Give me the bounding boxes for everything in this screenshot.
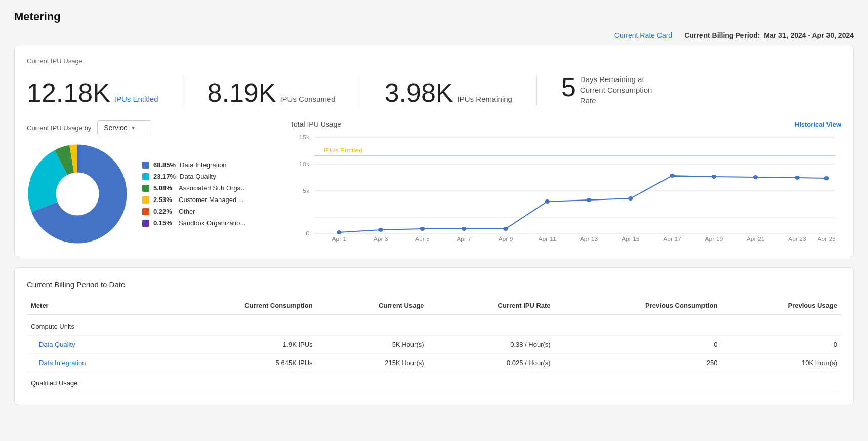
- billing-section-label: Current Billing Period to Date: [27, 280, 841, 289]
- category-label-qualified: Qualified Usage: [27, 372, 841, 392]
- chart-pie-area: 68.85% Data Integration 23.17% Data Qual…: [27, 143, 290, 245]
- svg-point-27: [711, 175, 716, 179]
- service-dropdown-value: Service: [104, 124, 128, 132]
- svg-point-28: [753, 175, 758, 179]
- usage-by-label: Current IPU Usage by: [27, 124, 91, 132]
- billing-period-value: Mar 31, 2024 - Apr 30, 2024: [764, 31, 854, 39]
- pie-legend: 68.85% Data Integration 23.17% Data Qual…: [142, 161, 246, 227]
- svg-text:Apr 15: Apr 15: [622, 236, 640, 242]
- page-title: Metering: [14, 10, 854, 23]
- dq-current-usage: 5K Hour(s): [317, 336, 428, 354]
- pie-chart: [27, 143, 128, 245]
- data-quality-link[interactable]: Data Quality: [39, 341, 75, 348]
- ipu-remaining-number: 3.98K: [385, 79, 453, 106]
- usage-left: Current IPU Usage by Service ▾: [27, 120, 290, 245]
- legend-dot-data-quality: [142, 173, 149, 180]
- svg-text:Apr 7: Apr 7: [457, 236, 471, 242]
- col-header-current-ipu-rate: Current IPU Rate: [428, 297, 555, 315]
- svg-point-19: [378, 228, 383, 232]
- di-previous-consumption: 250: [555, 354, 722, 372]
- svg-point-29: [795, 176, 800, 180]
- svg-point-6: [56, 173, 99, 215]
- ipu-stat-entitled: 12.18K IPUs Entitled: [27, 79, 158, 106]
- dq-current-ipu-rate: 0.38 / Hour(s): [428, 336, 555, 354]
- svg-text:Apr 3: Apr 3: [374, 236, 388, 242]
- legend-item-customer-managed: 2.53% Customer Managed ...: [142, 196, 246, 204]
- total-ipu-header: Total IPU Usage Historical View: [290, 120, 841, 128]
- meter-data-integration: Data Integration: [27, 354, 158, 372]
- svg-text:IPUs Entitled: IPUs Entitled: [324, 147, 363, 154]
- ipu-usage-card: Current IPU Usage 12.18K IPUs Entitled 8…: [14, 45, 854, 257]
- di-current-ipu-rate: 0.025 / Hour(s): [428, 354, 555, 372]
- current-rate-card-link[interactable]: Current Rate Card: [614, 31, 672, 39]
- billing-table: Meter Current Consumption Current Usage …: [27, 297, 841, 392]
- svg-text:Apr 1: Apr 1: [332, 236, 346, 242]
- legend-item-data-integration: 68.85% Data Integration: [142, 161, 246, 169]
- table-row: Data Quality 1.9K IPUs 5K Hour(s) 0.38 /…: [27, 336, 841, 354]
- usage-by-row: Current IPU Usage by Service ▾: [27, 120, 290, 135]
- dq-current-consumption: 1.9K IPUs: [158, 336, 316, 354]
- category-label-compute: Compute Units: [27, 315, 841, 336]
- meter-data-quality: Data Quality: [27, 336, 158, 354]
- ipu-consumed-label: IPUs Consumed: [280, 95, 335, 103]
- legend-dot-sub-orga: [142, 185, 149, 192]
- historical-view-link[interactable]: Historical View: [795, 121, 841, 128]
- category-row-compute: Compute Units: [27, 315, 841, 336]
- ipu-stat-consumed: 8.19K IPUs Consumed: [208, 79, 336, 106]
- svg-text:10k: 10k: [299, 161, 310, 168]
- col-header-meter: Meter: [27, 297, 158, 315]
- col-header-current-consumption: Current Consumption: [158, 297, 316, 315]
- svg-point-30: [824, 176, 829, 180]
- svg-text:Apr 23: Apr 23: [788, 236, 806, 242]
- category-row-qualified: Qualified Usage: [27, 372, 841, 392]
- days-label: Days Remaining at Current Consumption Ra…: [580, 74, 661, 106]
- line-chart: 15k 10k 5k 0 IPUs Entitled: [290, 132, 841, 244]
- top-bar: Current Rate Card Current Billing Period…: [14, 31, 854, 39]
- di-current-consumption: 5.645K IPUs: [158, 354, 316, 372]
- divider-1: [183, 75, 183, 106]
- ipu-stat-days: 5 Days Remaining at Current Consumption …: [561, 74, 661, 106]
- svg-point-20: [420, 227, 425, 231]
- total-ipu-title: Total IPU Usage: [290, 120, 341, 128]
- chevron-down-icon: ▾: [132, 124, 135, 131]
- svg-point-24: [587, 198, 592, 202]
- svg-text:0: 0: [306, 230, 310, 237]
- legend-item-other: 0.22% Other: [142, 208, 246, 215]
- divider-3: [536, 75, 537, 106]
- svg-text:Apr 21: Apr 21: [747, 236, 765, 242]
- ipu-remaining-label: IPUs Remaining: [458, 95, 512, 103]
- ipu-stat-remaining: 3.98K IPUs Remaining: [385, 79, 512, 106]
- svg-text:Apr 9: Apr 9: [498, 236, 513, 242]
- usage-right: Total IPU Usage Historical View 15k 10k: [290, 120, 841, 244]
- svg-text:Apr 13: Apr 13: [580, 236, 598, 242]
- svg-text:Apr 19: Apr 19: [705, 236, 723, 242]
- svg-point-18: [337, 230, 342, 234]
- legend-dot-data-integration: [142, 162, 149, 169]
- ipu-section-label: Current IPU Usage: [27, 57, 841, 65]
- col-header-previous-consumption: Previous Consumption: [555, 297, 722, 315]
- svg-text:Apr 11: Apr 11: [538, 236, 556, 242]
- ipu-entitled-label: IPUs Entitled: [114, 95, 158, 103]
- legend-item-sandbox: 0.15% Sandbox Organizatio...: [142, 219, 246, 227]
- legend-item-data-quality: 23.17% Data Quality: [142, 173, 246, 180]
- svg-point-21: [462, 227, 467, 231]
- dq-previous-usage: 0: [721, 336, 841, 354]
- legend-dot-other: [142, 208, 149, 215]
- svg-point-25: [628, 196, 633, 201]
- svg-point-22: [503, 227, 508, 231]
- divider-2: [360, 75, 360, 106]
- billing-table-card: Current Billing Period to Date Meter Cur…: [14, 267, 854, 405]
- billing-period: Current Billing Period: Mar 31, 2024 - A…: [684, 31, 854, 39]
- usage-row: Current IPU Usage by Service ▾: [27, 120, 841, 245]
- col-header-previous-usage: Previous Usage: [721, 297, 841, 315]
- svg-text:5k: 5k: [303, 188, 310, 194]
- data-integration-link[interactable]: Data Integration: [39, 359, 86, 367]
- col-header-current-usage: Current Usage: [317, 297, 428, 315]
- svg-point-23: [545, 199, 550, 204]
- ipu-stats-row: 12.18K IPUs Entitled 8.19K IPUs Consumed…: [27, 74, 841, 106]
- svg-text:Apr 25: Apr 25: [817, 236, 836, 242]
- dq-previous-consumption: 0: [555, 336, 722, 354]
- ipu-entitled-number: 12.18K: [27, 79, 110, 106]
- service-dropdown[interactable]: Service ▾: [97, 120, 151, 135]
- svg-text:Apr 17: Apr 17: [663, 236, 681, 242]
